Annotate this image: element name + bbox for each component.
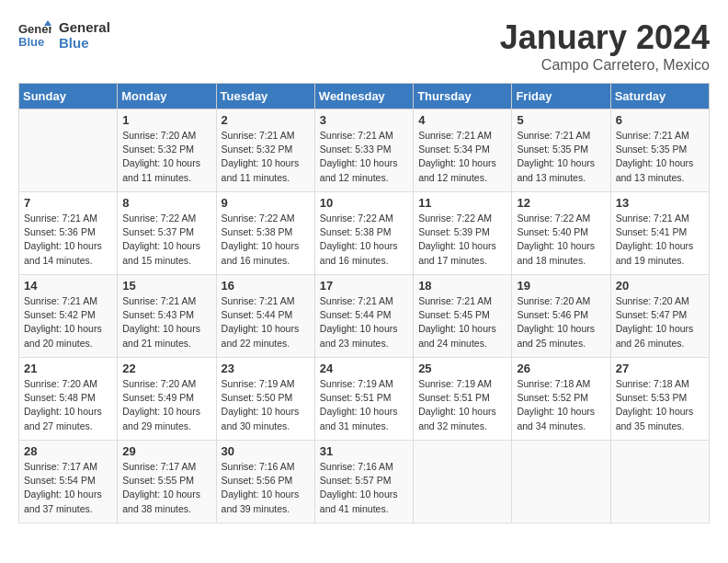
location-title: Campo Carretero, Mexico xyxy=(500,57,710,74)
calendar-cell: 7Sunrise: 7:21 AMSunset: 5:36 PMDaylight… xyxy=(19,192,118,275)
day-number: 16 xyxy=(222,279,310,293)
day-info: Sunrise: 7:22 AMSunset: 5:38 PMDaylight:… xyxy=(222,212,310,268)
calendar-cell: 26Sunrise: 7:18 AMSunset: 5:52 PMDayligh… xyxy=(512,358,610,441)
day-info: Sunrise: 7:21 AMSunset: 5:45 PMDaylight:… xyxy=(418,294,506,350)
calendar-cell: 27Sunrise: 7:18 AMSunset: 5:53 PMDayligh… xyxy=(610,358,709,441)
calendar-body: 1Sunrise: 7:20 AMSunset: 5:32 PMDaylight… xyxy=(19,109,710,523)
day-info: Sunrise: 7:19 AMSunset: 5:50 PMDaylight:… xyxy=(222,377,310,433)
calendar-cell xyxy=(610,441,709,523)
day-info: Sunrise: 7:22 AMSunset: 5:39 PMDaylight:… xyxy=(418,212,506,268)
day-number: 25 xyxy=(418,362,506,375)
day-info: Sunrise: 7:21 AMSunset: 5:44 PMDaylight:… xyxy=(320,294,408,350)
calendar-cell xyxy=(19,109,118,192)
calendar-cell: 20Sunrise: 7:20 AMSunset: 5:47 PMDayligh… xyxy=(610,275,709,358)
day-number: 28 xyxy=(24,444,112,458)
day-info: Sunrise: 7:21 AMSunset: 5:43 PMDaylight:… xyxy=(122,294,210,350)
calendar-header-row: SundayMondayTuesdayWednesdayThursdayFrid… xyxy=(19,84,710,109)
day-info: Sunrise: 7:16 AMSunset: 5:56 PMDaylight:… xyxy=(222,460,310,516)
day-info: Sunrise: 7:20 AMSunset: 5:46 PMDaylight:… xyxy=(517,294,605,350)
calendar-cell: 15Sunrise: 7:21 AMSunset: 5:43 PMDayligh… xyxy=(118,275,216,358)
weekday-header: Monday xyxy=(118,84,216,109)
day-info: Sunrise: 7:17 AMSunset: 5:54 PMDaylight:… xyxy=(24,460,112,516)
logo: General Blue General Blue xyxy=(18,18,110,52)
day-number: 11 xyxy=(418,196,506,210)
day-info: Sunrise: 7:18 AMSunset: 5:52 PMDaylight:… xyxy=(517,377,605,433)
calendar-cell: 5Sunrise: 7:21 AMSunset: 5:35 PMDaylight… xyxy=(512,109,610,192)
day-info: Sunrise: 7:21 AMSunset: 5:41 PMDaylight:… xyxy=(616,212,704,268)
day-number: 6 xyxy=(616,113,704,127)
day-number: 10 xyxy=(320,196,408,210)
day-number: 31 xyxy=(320,444,408,458)
day-number: 22 xyxy=(122,362,210,375)
day-info: Sunrise: 7:21 AMSunset: 5:34 PMDaylight:… xyxy=(418,129,506,185)
calendar-cell: 1Sunrise: 7:20 AMSunset: 5:32 PMDaylight… xyxy=(118,109,216,192)
calendar-cell: 16Sunrise: 7:21 AMSunset: 5:44 PMDayligh… xyxy=(216,275,314,358)
calendar-cell: 17Sunrise: 7:21 AMSunset: 5:44 PMDayligh… xyxy=(314,275,413,358)
day-info: Sunrise: 7:21 AMSunset: 5:44 PMDaylight:… xyxy=(222,294,310,350)
day-info: Sunrise: 7:21 AMSunset: 5:36 PMDaylight:… xyxy=(24,212,112,268)
day-info: Sunrise: 7:20 AMSunset: 5:48 PMDaylight:… xyxy=(24,377,112,433)
day-number: 19 xyxy=(517,279,605,293)
day-number: 5 xyxy=(517,113,605,127)
day-number: 21 xyxy=(24,362,112,375)
day-info: Sunrise: 7:21 AMSunset: 5:35 PMDaylight:… xyxy=(517,129,605,185)
logo-line1: General xyxy=(59,19,110,35)
day-number: 7 xyxy=(24,196,112,210)
calendar-cell: 8Sunrise: 7:22 AMSunset: 5:37 PMDaylight… xyxy=(118,192,216,275)
weekday-header: Tuesday xyxy=(216,84,314,109)
calendar-cell: 24Sunrise: 7:19 AMSunset: 5:51 PMDayligh… xyxy=(314,358,413,441)
day-number: 1 xyxy=(122,113,210,127)
calendar-cell: 2Sunrise: 7:21 AMSunset: 5:32 PMDaylight… xyxy=(216,109,314,192)
calendar-cell: 10Sunrise: 7:22 AMSunset: 5:38 PMDayligh… xyxy=(314,192,413,275)
calendar-week-row: 14Sunrise: 7:21 AMSunset: 5:42 PMDayligh… xyxy=(19,275,710,358)
day-info: Sunrise: 7:17 AMSunset: 5:55 PMDaylight:… xyxy=(122,460,210,516)
calendar-cell: 19Sunrise: 7:20 AMSunset: 5:46 PMDayligh… xyxy=(512,275,610,358)
day-number: 20 xyxy=(616,279,704,293)
calendar-cell: 25Sunrise: 7:19 AMSunset: 5:51 PMDayligh… xyxy=(414,358,512,441)
calendar-table: SundayMondayTuesdayWednesdayThursdayFrid… xyxy=(18,83,710,523)
day-info: Sunrise: 7:21 AMSunset: 5:42 PMDaylight:… xyxy=(24,294,112,350)
day-number: 8 xyxy=(122,196,210,210)
day-number: 13 xyxy=(616,196,704,210)
calendar-cell: 22Sunrise: 7:20 AMSunset: 5:49 PMDayligh… xyxy=(118,358,216,441)
day-number: 26 xyxy=(517,362,605,375)
day-number: 17 xyxy=(320,279,408,293)
calendar-cell xyxy=(414,441,512,523)
calendar-cell xyxy=(512,441,610,523)
day-info: Sunrise: 7:19 AMSunset: 5:51 PMDaylight:… xyxy=(418,377,506,433)
day-number: 3 xyxy=(320,113,408,127)
calendar-cell: 6Sunrise: 7:21 AMSunset: 5:35 PMDaylight… xyxy=(610,109,709,192)
day-number: 12 xyxy=(517,196,605,210)
weekday-header: Saturday xyxy=(610,84,709,109)
day-info: Sunrise: 7:21 AMSunset: 5:32 PMDaylight:… xyxy=(222,129,310,185)
weekday-header: Sunday xyxy=(19,84,118,109)
day-info: Sunrise: 7:16 AMSunset: 5:57 PMDaylight:… xyxy=(320,460,408,516)
day-number: 9 xyxy=(222,196,310,210)
logo-line2: Blue xyxy=(59,35,110,51)
logo-icon: General Blue xyxy=(18,18,51,52)
calendar-cell: 9Sunrise: 7:22 AMSunset: 5:38 PMDaylight… xyxy=(216,192,314,275)
calendar-cell: 30Sunrise: 7:16 AMSunset: 5:56 PMDayligh… xyxy=(216,441,314,523)
month-title: January 2024 xyxy=(500,18,710,57)
calendar-cell: 21Sunrise: 7:20 AMSunset: 5:48 PMDayligh… xyxy=(19,358,118,441)
calendar-cell: 3Sunrise: 7:21 AMSunset: 5:33 PMDaylight… xyxy=(314,109,413,192)
calendar-cell: 4Sunrise: 7:21 AMSunset: 5:34 PMDaylight… xyxy=(414,109,512,192)
day-info: Sunrise: 7:20 AMSunset: 5:32 PMDaylight:… xyxy=(122,129,210,185)
calendar-cell: 12Sunrise: 7:22 AMSunset: 5:40 PMDayligh… xyxy=(512,192,610,275)
calendar-week-row: 21Sunrise: 7:20 AMSunset: 5:48 PMDayligh… xyxy=(19,358,710,441)
calendar-week-row: 1Sunrise: 7:20 AMSunset: 5:32 PMDaylight… xyxy=(19,109,710,192)
day-info: Sunrise: 7:22 AMSunset: 5:40 PMDaylight:… xyxy=(517,212,605,268)
day-number: 29 xyxy=(122,444,210,458)
calendar-cell: 13Sunrise: 7:21 AMSunset: 5:41 PMDayligh… xyxy=(610,192,709,275)
page-header: General Blue General Blue January 2024 C… xyxy=(18,18,710,74)
calendar-cell: 14Sunrise: 7:21 AMSunset: 5:42 PMDayligh… xyxy=(19,275,118,358)
day-number: 30 xyxy=(222,444,310,458)
day-info: Sunrise: 7:21 AMSunset: 5:35 PMDaylight:… xyxy=(616,129,704,185)
title-block: January 2024 Campo Carretero, Mexico xyxy=(500,18,710,74)
calendar-week-row: 28Sunrise: 7:17 AMSunset: 5:54 PMDayligh… xyxy=(19,441,710,523)
day-info: Sunrise: 7:19 AMSunset: 5:51 PMDaylight:… xyxy=(320,377,408,433)
svg-text:Blue: Blue xyxy=(18,35,44,49)
weekday-header: Wednesday xyxy=(314,84,413,109)
day-number: 14 xyxy=(24,279,112,293)
day-info: Sunrise: 7:21 AMSunset: 5:33 PMDaylight:… xyxy=(320,129,408,185)
